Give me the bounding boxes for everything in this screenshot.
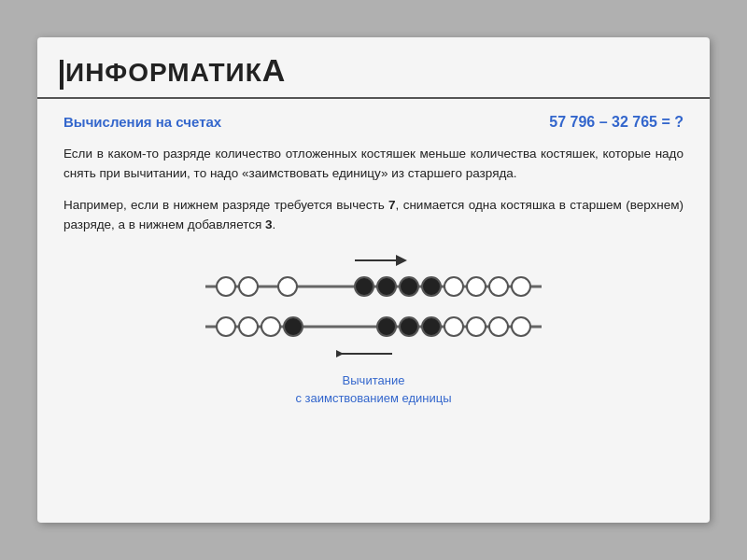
bold-3: 3 (265, 217, 273, 231)
bead (444, 316, 464, 337)
equation: 57 796 – 32 765 = ? (549, 114, 684, 131)
bold-7: 7 (388, 198, 396, 212)
bead (216, 276, 236, 297)
bead-filled (399, 316, 419, 337)
logo-text: ИНФОРМАТИКА (60, 58, 286, 87)
bead-filled (421, 316, 442, 337)
bead (261, 316, 281, 337)
bead (466, 276, 486, 297)
section-title: Вычисления на счетах (63, 114, 221, 130)
bead (488, 276, 509, 297)
paragraph-2: Например, если в нижнем разряде требуетс… (63, 195, 684, 235)
slide-content: Вычисления на счетах 57 796 – 32 765 = ?… (37, 99, 710, 432)
title-row: Вычисления на счетах 57 796 – 32 765 = ? (63, 114, 684, 131)
bead (277, 276, 298, 297)
bead (511, 276, 531, 297)
arrow-bottom-icon (336, 345, 392, 362)
bead-filled (421, 276, 442, 297)
bead-filled (376, 316, 397, 337)
slide-header: ИНФОРМАТИКА (37, 37, 710, 99)
bead (488, 316, 509, 337)
bead-filled (354, 276, 374, 297)
bead (216, 316, 236, 337)
bead (444, 276, 464, 297)
bead-filled (283, 316, 303, 337)
bead (238, 316, 259, 337)
bead-filled (399, 276, 419, 297)
logo: ИНФОРМАТИКА (60, 52, 286, 90)
bead (466, 316, 486, 337)
abacus-caption: Вычитание с заимствованием единицы (295, 371, 451, 408)
bead-filled (376, 276, 397, 297)
abacus-diagram: Вычитание с заимствованием единицы (63, 252, 684, 408)
paragraph-1: Если в каком-то разряде количество отлож… (63, 144, 684, 184)
slide-container: ИНФОРМАТИКА Вычисления на счетах 57 796 … (37, 37, 710, 523)
bead (238, 276, 259, 297)
bead (511, 316, 531, 337)
arrow-top-icon (355, 252, 411, 269)
